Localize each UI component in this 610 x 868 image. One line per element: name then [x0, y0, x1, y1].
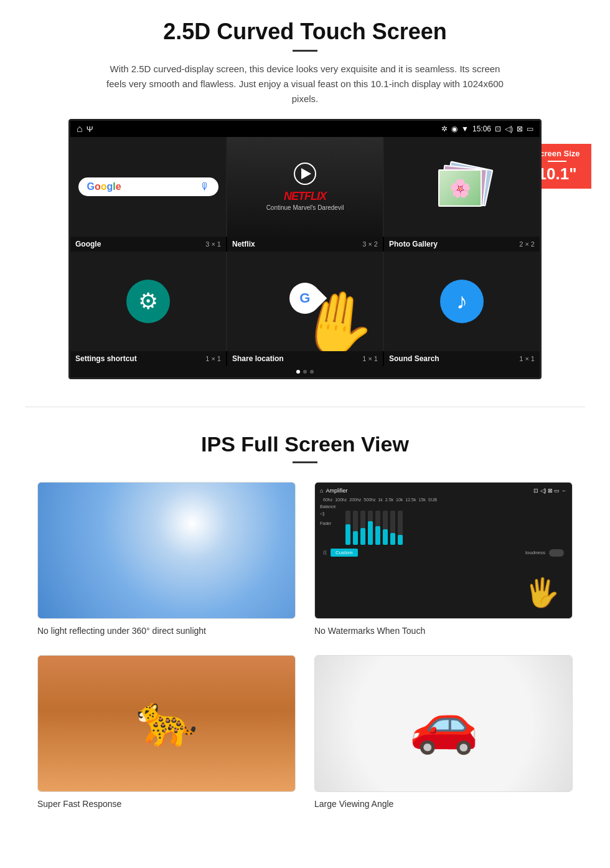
section-ips: IPS Full Screen View No light reflecting… [0, 420, 610, 828]
cheetah-emoji: 🐆 [136, 691, 198, 750]
amp-track-8 [398, 511, 403, 545]
amp-custom-label: Custom [331, 549, 358, 557]
settings-name: Settings shortcut [75, 354, 137, 363]
amp-track-2 [353, 511, 358, 545]
volume-icon: ◁) [505, 125, 513, 133]
feature-label-3: Super Fast Response [37, 799, 121, 809]
settings-label: Settings shortcut 1 × 1 [70, 351, 226, 366]
share-label: Share location 1 × 1 [227, 351, 383, 366]
amp-footer: ⟨⟨ Custom loudness [320, 549, 567, 557]
google-name: Google [75, 240, 101, 248]
nav-dot-2 [303, 370, 307, 374]
features-grid: No light reflecting under 360° direct su… [37, 482, 573, 809]
amp-fill-1 [345, 524, 350, 545]
feature-label-1: No light reflecting under 360° direct su… [37, 626, 206, 636]
sound-name: Sound Search [389, 354, 439, 363]
app-labels-row2: Settings shortcut 1 × 1 Share location 1… [70, 351, 540, 366]
settings-icon-circle: ⚙ [126, 280, 170, 323]
amp-bar-3 [360, 511, 365, 545]
amp-header: ⌂ Amplifier ⊡ ◁) ⊠ ▭ ← [320, 488, 567, 494]
location-icon: ◉ [451, 125, 458, 133]
sound-size: 1 × 1 [519, 355, 535, 362]
amp-fill-8 [398, 535, 403, 545]
hand-pointer: 🤚 [293, 281, 383, 351]
amp-icons: ⊡ ◁) ⊠ ▭ ← [533, 488, 567, 494]
amp-bar-5 [375, 511, 380, 545]
amp-fill-3 [360, 528, 365, 545]
google-cell[interactable]: Google 🎙 [70, 137, 226, 237]
settings-size: 1 × 1 [205, 355, 221, 362]
section-curved-touch: 2.5D Curved Touch Screen With 2.5D curve… [0, 0, 610, 394]
cheetah-image: 🐆 [38, 656, 295, 791]
section-divider [25, 407, 585, 407]
nav-dot-3 [310, 370, 314, 374]
amp-track-3 [360, 511, 365, 545]
photo-gallery-name: Photo Gallery [389, 240, 438, 248]
netflix-name: Netflix [232, 240, 255, 248]
amp-custom-btn: ⟨⟨ [323, 550, 327, 555]
amp-fill-6 [383, 529, 388, 545]
netflix-label: Netflix 3 × 2 [227, 237, 383, 252]
photo-card-3: 🌸 [438, 169, 482, 207]
status-bar: ⌂ Ψ ✲ ◉ ▼ 15:06 ⊡ ◁) ⊠ ▭ [70, 121, 540, 137]
section1-description: With 2.5D curved-display screen, this de… [106, 62, 504, 106]
settings-cell[interactable]: ⚙ [70, 252, 226, 351]
amp-track-1 [345, 511, 350, 545]
netflix-subtitle: Continue Marvel's Daredevil [266, 204, 344, 211]
share-name: Share location [232, 354, 284, 363]
google-size: 3 × 1 [205, 240, 221, 248]
home-icon: ⌂ [77, 123, 83, 134]
amp-hand: 🖐 [525, 576, 560, 609]
google-search-bar[interactable]: Google 🎙 [78, 177, 218, 196]
window-icon: ▭ [527, 125, 533, 133]
feature-label-4: Large Viewing Angle [314, 799, 393, 809]
flower-icon: 🌸 [449, 178, 471, 199]
amp-bar-7 [390, 511, 395, 545]
badge-size: 10.1" [538, 164, 577, 183]
photo-gallery-label: Photo Gallery 2 × 2 [384, 237, 540, 252]
netflix-cell[interactable]: NETFLIX Continue Marvel's Daredevil [227, 137, 383, 237]
amp-title: Amplifier [326, 488, 347, 494]
feature-img-cheetah: 🐆 [37, 655, 296, 792]
amplifier-image: ⌂ Amplifier ⊡ ◁) ⊠ ▭ ← 60hz100hz200hz500… [315, 483, 572, 618]
close-icon: ⊠ [517, 125, 523, 133]
camera-icon: ⊡ [495, 125, 501, 133]
amp-fill-7 [390, 533, 395, 545]
app-labels-row1: Google 3 × 1 Netflix 3 × 2 Photo Gallery… [70, 237, 540, 252]
feature-sunlight: No light reflecting under 360° direct su… [37, 482, 296, 636]
amp-fill-4 [368, 521, 373, 545]
amp-freq-labels: 60hz100hz200hz500hz1k2.5k10k12.5k15kSUB [320, 498, 567, 502]
feature-label-2: No Watermarks When Touch [314, 626, 425, 636]
amp-side-labels: Balance ◁) Fader [320, 504, 336, 526]
photo-gallery-size: 2 × 2 [519, 240, 535, 248]
section1-title: 2.5D Curved Touch Screen [37, 19, 573, 45]
status-right: ✲ ◉ ▼ 15:06 ⊡ ◁) ⊠ ▭ [441, 125, 533, 133]
feature-fast: 🐆 Super Fast Response [37, 655, 296, 809]
title-underline-2 [293, 461, 317, 463]
amp-track-4 [368, 511, 373, 545]
play-button[interactable] [294, 163, 316, 185]
time-display: 15:06 [472, 125, 491, 133]
photo-gallery-cell[interactable]: 🌸 [384, 137, 540, 237]
feature-viewing-angle: 🚗 Large Viewing Angle [314, 655, 573, 809]
device-wrapper: Screen Size 10.1" ⌂ Ψ ✲ ◉ ▼ 15:06 ⊡ ◁) ⊠… [68, 119, 542, 379]
car-emoji: 🚗 [409, 691, 479, 757]
share-size: 1 × 1 [362, 355, 378, 362]
sound-search-cell[interactable]: ♪ [384, 252, 540, 351]
sound-icon-circle: ♪ [440, 280, 484, 323]
netflix-size: 3 × 2 [362, 240, 378, 248]
amp-track-5 [375, 511, 380, 545]
sound-label: Sound Search 1 × 1 [384, 351, 540, 366]
amp-loudness-label: loudness [525, 550, 545, 555]
mic-icon[interactable]: 🎙 [200, 181, 210, 192]
share-location-cell[interactable]: G 🤚 [227, 252, 383, 351]
feature-watermarks: ⌂ Amplifier ⊡ ◁) ⊠ ▭ ← 60hz100hz200hz500… [314, 482, 573, 636]
wifi-icon: ▼ [461, 125, 469, 133]
amp-track-6 [383, 511, 388, 545]
amp-loudness-toggle[interactable] [549, 549, 564, 557]
amp-controls: Balance ◁) Fader [320, 504, 567, 545]
amp-home: ⌂ [320, 488, 323, 494]
device-screen: ⌂ Ψ ✲ ◉ ▼ 15:06 ⊡ ◁) ⊠ ▭ [68, 119, 542, 379]
amp-bar-4 [368, 511, 373, 545]
car-image: 🚗 [315, 656, 572, 791]
